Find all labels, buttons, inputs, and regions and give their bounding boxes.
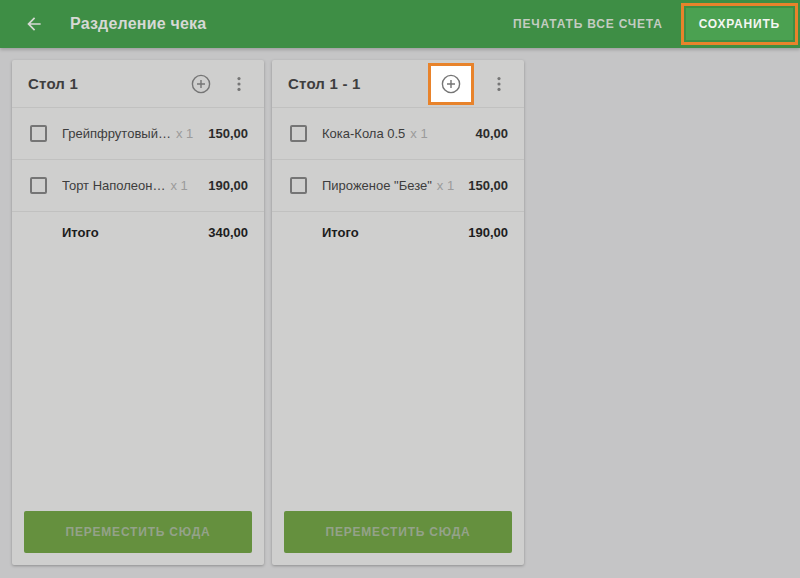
card-menu-button[interactable] [486,71,512,97]
bill-item-row[interactable]: Пироженое "Безе" x 1 150,00 [272,160,524,212]
add-bill-button[interactable] [438,71,464,97]
item-checkbox[interactable] [290,177,307,194]
item-checkbox[interactable] [30,125,47,142]
add-bill-button[interactable] [188,71,214,97]
back-button[interactable] [16,6,52,42]
add-button-highlight-box [428,63,474,105]
card-spacer [272,252,524,511]
card-spacer [12,252,264,511]
total-row: Итого 340,00 [12,212,264,252]
card-header: Стол 1 [12,60,264,108]
bill-card-table-1: Стол 1 Грейпфрутовый… x 1 150,00 Торт На… [12,60,264,565]
item-checkbox[interactable] [30,177,47,194]
app-header: Разделение чека ПЕЧАТАТЬ ВСЕ СЧЕТА СОХРА… [0,0,800,48]
item-name: Пироженое "Безе" [322,178,432,193]
total-row: Итого 190,00 [272,212,524,252]
save-highlight-box: СОХРАНИТЬ [681,3,798,45]
back-arrow-icon [24,14,44,34]
print-all-bills-button[interactable]: ПЕЧАТАТЬ ВСЕ СЧЕТА [505,7,671,41]
bill-split-content: Стол 1 Грейпфрутовый… x 1 150,00 Торт На… [0,48,800,577]
item-price: 40,00 [467,126,508,141]
kebab-menu-icon [229,74,249,94]
bill-item-row[interactable]: Грейпфрутовый… x 1 150,00 [12,108,264,160]
page-title: Разделение чека [70,15,206,33]
bill-card-table-1-1: Стол 1 - 1 Кока-Кола 0.5 x 1 40,00 Пирож… [272,60,524,565]
total-value: 190,00 [468,225,508,240]
bill-item-row[interactable]: Торт Наполеон… x 1 190,00 [12,160,264,212]
plus-circle-icon [439,72,463,96]
item-name: Торт Наполеон… [62,178,166,193]
card-menu-button[interactable] [226,71,252,97]
item-checkbox[interactable] [290,125,307,142]
item-quantity: x 1 [410,126,427,141]
item-quantity: x 1 [171,178,188,193]
item-price: 150,00 [200,126,248,141]
card-title: Стол 1 - 1 [288,75,360,92]
kebab-menu-icon [489,74,509,94]
item-name: Кока-Кола 0.5 [322,126,405,141]
item-price: 150,00 [460,178,508,193]
item-quantity: x 1 [176,126,193,141]
move-here-button[interactable]: ПЕРЕМЕСТИТЬ СЮДА [24,511,252,553]
item-quantity: x 1 [437,178,454,193]
total-label: Итого [62,225,99,240]
plus-circle-icon [189,72,213,96]
item-price: 190,00 [200,178,248,193]
item-name: Грейпфрутовый… [62,126,171,141]
card-title: Стол 1 [28,75,78,92]
total-label: Итого [322,225,359,240]
move-here-button[interactable]: ПЕРЕМЕСТИТЬ СЮДА [284,511,512,553]
card-header: Стол 1 - 1 [272,60,524,108]
total-value: 340,00 [208,225,248,240]
bill-item-row[interactable]: Кока-Кола 0.5 x 1 40,00 [272,108,524,160]
save-button[interactable]: СОХРАНИТЬ [686,8,793,40]
